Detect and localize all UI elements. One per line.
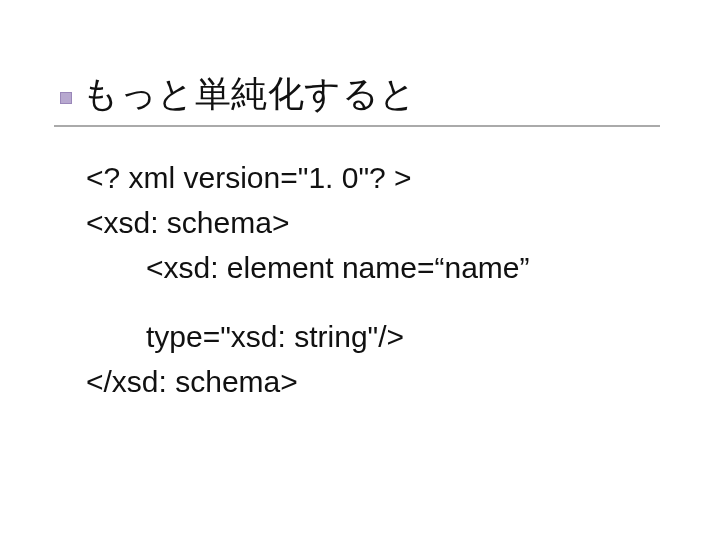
bullet-square-icon	[60, 92, 72, 104]
title-block: もっと単純化すると	[54, 70, 660, 127]
code-line-5: </xsd: schema>	[86, 359, 680, 404]
code-line-1: <? xml version="1. 0"? >	[86, 155, 680, 200]
title-underline	[54, 125, 660, 127]
code-line-3: <xsd: element name=“name”	[86, 245, 680, 290]
title-row: もっと単純化すると	[60, 70, 660, 125]
slide: もっと単純化すると <? xml version="1. 0"? > <xsd:…	[0, 0, 720, 540]
code-block: <? xml version="1. 0"? > <xsd: schema> <…	[86, 155, 680, 404]
code-line-2: <xsd: schema>	[86, 200, 680, 245]
code-line-4: type="xsd: string"/>	[86, 314, 680, 359]
blank-line	[86, 290, 680, 314]
slide-title: もっと単純化すると	[82, 70, 417, 125]
